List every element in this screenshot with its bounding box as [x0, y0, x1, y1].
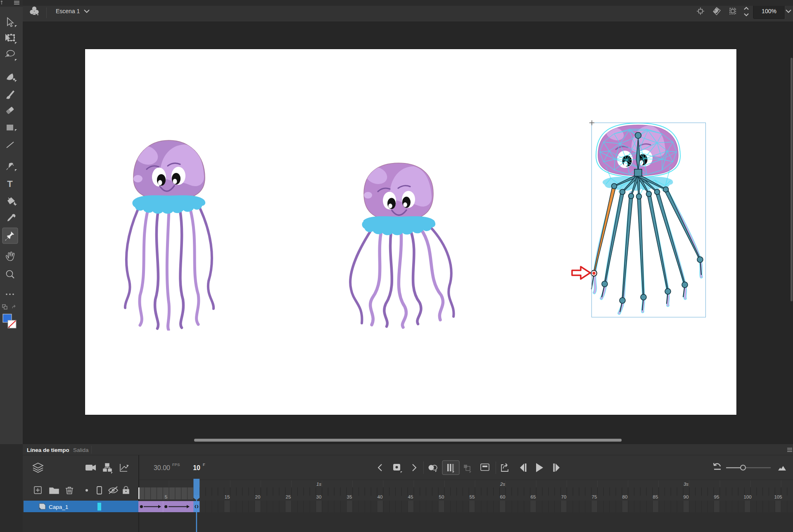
svg-text:30.00: 30.00 [154, 464, 170, 471]
svg-text:40: 40 [378, 494, 383, 499]
svg-text:35: 35 [347, 494, 352, 499]
svg-text:5: 5 [165, 494, 167, 499]
svg-text:FPS: FPS [172, 462, 180, 467]
svg-text:25: 25 [286, 494, 291, 499]
svg-text:55: 55 [470, 494, 475, 499]
svg-text:Salida: Salida [73, 447, 89, 453]
svg-text:70: 70 [561, 494, 567, 499]
svg-text:105: 105 [774, 494, 782, 499]
svg-text:50: 50 [439, 494, 444, 499]
svg-text:Escena 1: Escena 1 [56, 8, 80, 14]
svg-text:T: T [7, 179, 13, 189]
svg-text:95: 95 [714, 494, 719, 499]
svg-text:100%: 100% [762, 8, 776, 14]
svg-text:Línea de tiempo: Línea de tiempo [27, 447, 69, 453]
svg-text:100: 100 [743, 494, 751, 499]
svg-text:20: 20 [255, 494, 261, 499]
svg-text:80: 80 [622, 494, 628, 499]
svg-text:Capa_1: Capa_1 [49, 504, 68, 510]
svg-text:75: 75 [592, 494, 597, 499]
svg-text:2s: 2s [500, 482, 505, 487]
svg-text:85: 85 [653, 494, 658, 499]
svg-text:30: 30 [316, 494, 322, 499]
svg-text:65: 65 [531, 494, 536, 499]
svg-text:3s: 3s [684, 482, 689, 487]
svg-text:10: 10 [193, 464, 200, 471]
svg-text:F: F [203, 462, 205, 467]
svg-text:15: 15 [225, 494, 230, 499]
svg-text:90: 90 [684, 494, 689, 499]
svg-text:45: 45 [408, 494, 413, 499]
svg-text:1s: 1s [316, 482, 321, 487]
svg-text:60: 60 [500, 494, 506, 499]
